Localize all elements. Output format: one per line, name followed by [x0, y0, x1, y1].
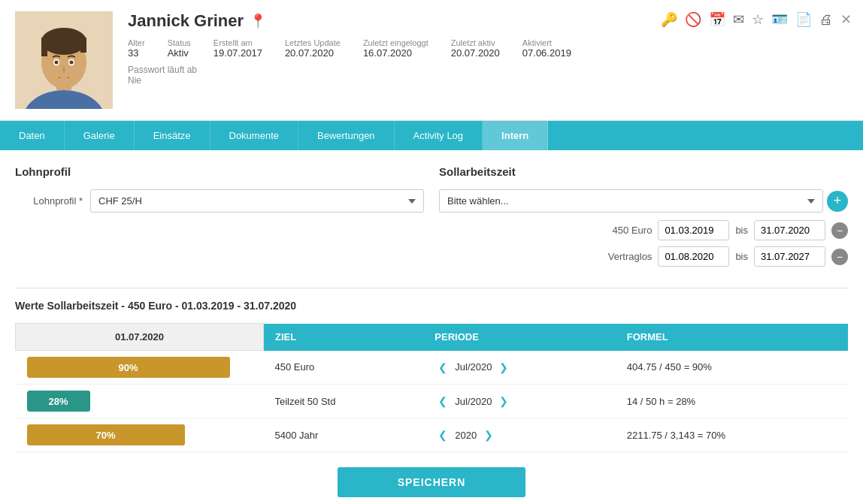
date-header: 01.07.2020: [16, 324, 264, 351]
svg-rect-11: [59, 78, 69, 83]
progress-bar-1: 28%: [27, 391, 90, 412]
ziel-header: ZIEL: [264, 324, 424, 351]
soll-entry-1-bis: bis: [735, 225, 748, 236]
table-row: 90% 450 Euro ❮ Jul/2020 ❯ 404.75 / 450 =…: [16, 351, 849, 385]
meta-item-status: StatusAktiv: [168, 38, 191, 59]
ziel-cell-2: 5400 Jahr: [264, 418, 424, 452]
main-content: Lohnprofil Lohnprofil * CHF 25/H CHF 30/…: [0, 150, 863, 504]
lohnprofil-select[interactable]: CHF 25/H CHF 30/H CHF 20/H: [90, 189, 424, 213]
close-icon[interactable]: ✕: [840, 11, 852, 28]
user-card-icon[interactable]: 🪪: [771, 11, 788, 28]
document-icon[interactable]: 📄: [795, 11, 812, 28]
svg-rect-5: [41, 38, 47, 56]
period-label-2: 2020: [455, 430, 477, 441]
period-nav-2: ❮ 2020 ❯: [435, 427, 604, 442]
period-nav-1: ❮ Jul/2020 ❯: [435, 394, 604, 409]
period-label-0: Jul/2020: [455, 361, 492, 373]
save-section: SPEICHERN: [15, 467, 848, 497]
period-nav-0: ❮ Jul/2020 ❯: [435, 360, 604, 375]
soll-entry-1-from[interactable]: [658, 220, 729, 240]
tab-einsatze[interactable]: Einsätze: [135, 121, 210, 150]
svg-point-4: [41, 28, 86, 55]
sollarbeitszeit-section: Sollarbeitszeit Bitte wählen... + 450 Eu…: [439, 165, 848, 273]
svg-rect-6: [80, 38, 86, 53]
progress-bar-container-2: 70%: [27, 424, 253, 445]
ban-icon[interactable]: 🚫: [685, 11, 701, 28]
tab-intern[interactable]: Intern: [483, 121, 548, 150]
period-next-1[interactable]: ❯: [495, 394, 512, 409]
ziel-cell-0: 450 Euro: [264, 351, 424, 385]
period-next-0[interactable]: ❯: [495, 360, 512, 375]
location-icon: 📍: [250, 13, 266, 29]
periode-cell-1: ❮ Jul/2020 ❯: [423, 385, 615, 418]
email-icon[interactable]: ✉: [733, 11, 744, 28]
soll-entry-2-to[interactable]: [754, 246, 825, 267]
profile-meta: Alter33StatusAktivErstellt am19.07.2017L…: [128, 38, 848, 59]
tab-dokumente[interactable]: Dokumente: [210, 121, 298, 150]
ziel-cell-1: Teilzeit 50 Std: [264, 385, 424, 418]
ziel-table: 01.07.2020 ZIEL PERIODE FORMEL 90% 450 E…: [15, 323, 848, 452]
soll-entries: 450 Euro bis − Vertraglos bis −: [439, 220, 848, 267]
period-next-2[interactable]: ❯: [480, 427, 497, 442]
soll-entry-1-label: 450 Euro: [592, 225, 652, 236]
tab-daten[interactable]: Daten: [0, 121, 65, 150]
tab-galerie[interactable]: Galerie: [65, 121, 135, 150]
remove-soll-entry-1-button[interactable]: −: [831, 222, 848, 239]
soll-entry-1: 450 Euro bis −: [439, 220, 848, 240]
period-prev-0[interactable]: ❮: [435, 360, 451, 375]
meta-item-zuletzt-eingeloggt: Zuletzt eingeloggt16.07.2020: [363, 38, 428, 59]
save-button[interactable]: SPEICHERN: [338, 467, 526, 497]
two-col-layout: Lohnprofil Lohnprofil * CHF 25/H CHF 30/…: [15, 165, 848, 273]
meta-item-zuletzt-aktiv: Zuletzt aktiv20.07.2020: [451, 38, 500, 59]
profile-header: Jannick Griner 📍 Alter33StatusAktivErste…: [0, 0, 863, 121]
star-icon[interactable]: ☆: [752, 11, 764, 28]
progress-bar-0: 90%: [27, 357, 230, 378]
lohnprofil-title: Lohnprofil: [15, 165, 424, 178]
werte-section: Werte Sollarbeitszeit - 450 Euro - 01.03…: [15, 288, 848, 452]
soll-entry-2-label: Vertraglos: [592, 251, 652, 262]
table-row: 70% 5400 Jahr ❮ 2020 ❯ 2211.75 / 3,143 =…: [16, 418, 849, 452]
avatar: [15, 11, 113, 109]
calendar-icon[interactable]: 📅: [709, 11, 725, 28]
soll-entry-2-from[interactable]: [658, 246, 729, 267]
table-row: 28% Teilzeit 50 Std ❮ Jul/2020 ❯ 14 / 50…: [16, 385, 849, 418]
werte-title: Werte Sollarbeitszeit - 450 Euro - 01.03…: [15, 300, 848, 312]
periode-cell-0: ❮ Jul/2020 ❯: [423, 351, 615, 385]
soll-entry-2-bis: bis: [735, 251, 748, 262]
progress-bar-2: 70%: [27, 424, 185, 445]
progress-bar-container-0: 90%: [27, 357, 253, 378]
formel-cell-2: 2211.75 / 3,143 = 70%: [616, 418, 848, 452]
meta-item-alter: Alter33: [128, 38, 145, 59]
nav-tabs: Daten Galerie Einsätze Dokumente Bewertu…: [0, 121, 863, 150]
progress-cell-1: 28%: [16, 385, 264, 418]
add-sollarbeitszeit-button[interactable]: +: [827, 191, 848, 212]
password-label: Passwort läuft ab: [128, 65, 197, 75]
remove-soll-entry-2-button[interactable]: −: [831, 249, 848, 265]
progress-cell-2: 70%: [16, 418, 264, 452]
period-prev-2[interactable]: ❮: [435, 427, 451, 442]
print-icon[interactable]: 🖨: [819, 12, 833, 28]
period-prev-1[interactable]: ❮: [435, 394, 451, 409]
progress-bar-container-1: 28%: [27, 391, 253, 412]
tab-activity-log[interactable]: Activity Log: [395, 121, 483, 150]
meta-item-letztes-update: Letztes Update20.07.2020: [285, 38, 341, 59]
meta-item-aktiviert: Aktiviert07.06.2019: [522, 38, 571, 59]
sollarbeitszeit-select[interactable]: Bitte wählen...: [439, 189, 823, 213]
periode-cell-2: ❮ 2020 ❯: [423, 418, 615, 452]
name-text: Jannick Griner: [128, 11, 244, 31]
period-label-1: Jul/2020: [455, 396, 492, 407]
meta-item-erstellt-am: Erstellt am19.07.2017: [213, 38, 262, 59]
progress-cell-0: 90%: [16, 351, 264, 385]
svg-point-9: [55, 61, 59, 65]
formel-cell-1: 14 / 50 h = 28%: [616, 385, 848, 418]
password-info: Passwort läuft ab Nie: [128, 65, 848, 86]
password-value: Nie: [128, 75, 141, 86]
lohnprofil-row: Lohnprofil * CHF 25/H CHF 30/H CHF 20/H: [15, 189, 424, 213]
key-icon[interactable]: 🔑: [661, 11, 677, 28]
periode-header: PERIODE: [423, 324, 615, 351]
formel-cell-0: 404.75 / 450 = 90%: [616, 351, 848, 385]
soll-entry-1-to[interactable]: [754, 220, 825, 240]
tab-bewertungen[interactable]: Bewertungen: [298, 121, 395, 150]
svg-point-10: [70, 61, 74, 65]
soll-entry-2: Vertraglos bis −: [439, 246, 848, 267]
